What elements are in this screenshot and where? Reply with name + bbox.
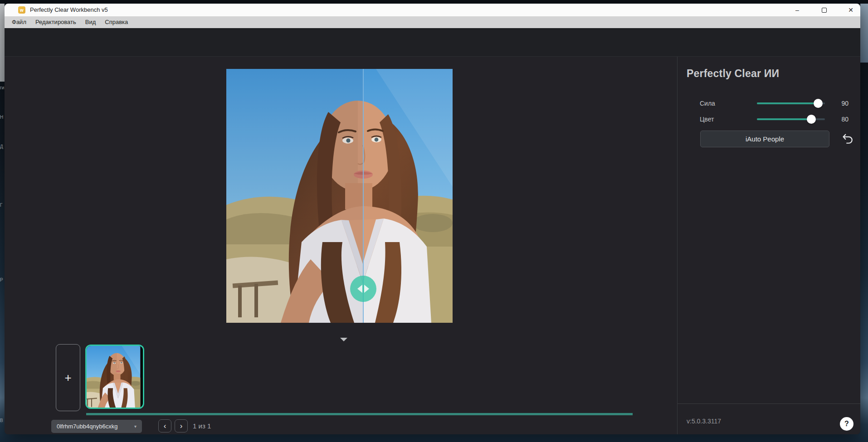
photo-canvas[interactable] — [226, 69, 453, 323]
slider-thumb[interactable] — [814, 99, 823, 108]
toolbar: − + 54% Простой режим Режим редактирован… — [5, 28, 860, 57]
desktop-icon-label-fragment: Г — [0, 203, 5, 208]
app-icon: w — [18, 6, 25, 14]
close-button[interactable]: ✕ — [842, 4, 860, 16]
desktop-left-strip — [0, 4, 5, 82]
desktop-icon-label-fragment: Н — [0, 115, 5, 120]
split-handle-right-arrow-icon — [364, 285, 369, 293]
add-image-button[interactable]: + — [56, 344, 80, 411]
desktop-icon-label-fragment: Р — [0, 277, 5, 282]
minimize-button[interactable]: – — [788, 4, 806, 16]
slider-row-color: Цвет 80 — [678, 112, 860, 126]
desktop-icon-label-fragment: ги — [0, 85, 5, 90]
strength-slider[interactable] — [757, 102, 825, 104]
menu-view[interactable]: Вид — [81, 16, 101, 28]
menu-edit[interactable]: Редактировать — [31, 16, 81, 28]
window-title: Perfectly Clear Workbench v5 — [30, 4, 108, 16]
split-handle-left-arrow-icon — [357, 285, 362, 293]
slider-fill — [757, 118, 811, 120]
slider-label: Цвет — [700, 112, 714, 126]
maximize-icon — [822, 8, 827, 13]
version-label: v:5.0.3.3117 — [687, 418, 721, 425]
slider-value: 80 — [830, 112, 848, 126]
panel-title: Perfectly Clear ИИ — [687, 68, 779, 80]
image-counter: 1 из 1 — [193, 419, 211, 432]
maximize-button[interactable] — [815, 4, 833, 16]
filmstrip-progress-bar — [86, 413, 633, 415]
iauto-people-button[interactable]: iAuto People — [700, 131, 829, 147]
app-window: w Perfectly Clear Workbench v5 – ✕ Файл … — [5, 4, 860, 434]
slider-thumb[interactable] — [807, 115, 816, 124]
slider-value: 90 — [830, 97, 848, 110]
menu-help[interactable]: Справка — [100, 16, 132, 28]
slider-label: Сила — [700, 97, 715, 110]
photo-before-after — [226, 69, 453, 323]
chevron-down-icon: ▾ — [134, 424, 137, 429]
desktop-right-strip — [860, 4, 868, 63]
slider-fill — [757, 102, 818, 104]
slider-row-strength: Сила 90 — [678, 97, 860, 110]
menu-file[interactable]: Файл — [7, 16, 31, 28]
desktop: ги Н Д Г Р В w Perfectly Clear Workbench… — [0, 0, 868, 442]
desktop-icon-label-fragment: В — [0, 418, 5, 423]
panel-footer-divider — [678, 403, 860, 404]
previous-image-button[interactable]: ‹ — [158, 419, 171, 432]
split-handle[interactable] — [350, 276, 376, 302]
reset-icon[interactable] — [842, 133, 853, 145]
menu-bar: Файл Редактировать Вид Справка — [5, 16, 860, 28]
thumbnail-image — [87, 346, 143, 408]
canvas-area: + 0lfrhm7ubb4qnyb6cxkg ▾ ‹ › 1 из 1 Perf… — [5, 57, 860, 434]
desktop-icon-label-fragment: Д — [0, 144, 5, 149]
help-button[interactable]: ? — [840, 417, 853, 431]
filmstrip-collapse-arrow-icon[interactable] — [340, 338, 347, 341]
title-bar: w Perfectly Clear Workbench v5 – ✕ — [5, 4, 860, 16]
image-name-dropdown[interactable]: 0lfrhm7ubb4qnyb6cxkg ▾ — [51, 420, 142, 433]
image-thumbnail[interactable] — [85, 345, 144, 409]
adjustments-panel: Perfectly Clear ИИ Сила 90 Цвет 80 — [677, 57, 860, 434]
next-image-button[interactable]: › — [175, 419, 188, 432]
color-slider[interactable] — [757, 118, 825, 120]
image-name: 0lfrhm7ubb4qnyb6cxkg — [57, 423, 117, 430]
